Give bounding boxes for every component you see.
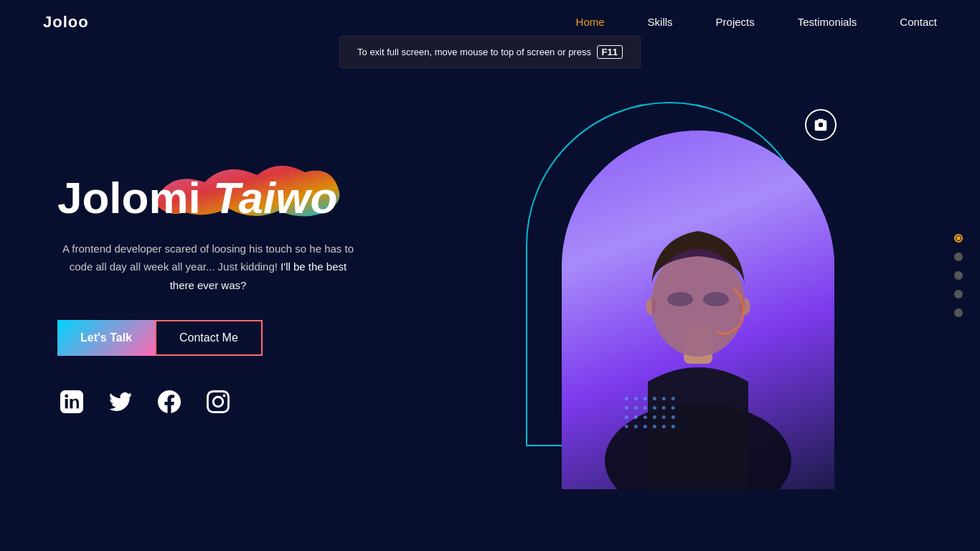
nav-item-home[interactable]: Home	[576, 16, 605, 29]
hero-photo	[562, 131, 834, 489]
fullscreen-tooltip: To exit full screen, move mouse to top o…	[339, 36, 641, 68]
contact-me-button[interactable]: Contact Me	[155, 320, 263, 356]
nav-link-projects[interactable]: Projects	[716, 16, 755, 28]
nav-link-testimonials[interactable]: Testimonials	[798, 16, 857, 28]
hero-first-name: Jolomi	[57, 173, 213, 222]
svg-point-6	[667, 292, 693, 306]
page-dot-2[interactable]	[954, 253, 963, 261]
page-dot-5[interactable]	[954, 309, 963, 317]
hero-right	[473, 44, 923, 545]
nav-item-projects[interactable]: Projects	[716, 16, 755, 29]
hero-last-name: Taiwo	[213, 173, 337, 222]
nav-item-contact[interactable]: Contact	[900, 16, 937, 29]
page-navigation	[954, 234, 963, 317]
hero-photo-container	[562, 131, 834, 489]
person-image	[590, 159, 806, 489]
decorative-dots	[625, 397, 677, 430]
nav-link-skills[interactable]: Skills	[648, 16, 673, 28]
hero-left: Jolomi Taiwo A frontend developer scared…	[57, 174, 473, 417]
fullscreen-tip-text: To exit full screen, move mouse to top o…	[357, 47, 591, 57]
hero-name: Jolomi Taiwo	[57, 174, 473, 222]
social-icons	[57, 387, 473, 416]
facebook-icon[interactable]	[155, 387, 184, 416]
linkedin-icon[interactable]	[57, 387, 86, 416]
svg-point-7	[703, 292, 729, 306]
hero-description: A frontend developer scared of loosing h…	[57, 240, 359, 295]
hero-buttons: Let's Talk Contact Me	[57, 320, 473, 356]
camera-icon	[813, 117, 829, 133]
nav-link-home[interactable]: Home	[576, 16, 605, 28]
hero-name-wrapper: Jolomi Taiwo	[57, 174, 473, 222]
page-dot-4[interactable]	[954, 290, 963, 298]
nav-links: Home Skills Projects Testimonials Contac…	[576, 16, 937, 29]
lets-talk-button[interactable]: Let's Talk	[57, 320, 155, 356]
f11-badge: F11	[597, 45, 623, 59]
brand-logo[interactable]: Joloo	[43, 13, 89, 32]
page-dot-1[interactable]	[954, 234, 963, 242]
nav-item-skills[interactable]: Skills	[648, 16, 673, 29]
instagram-icon[interactable]	[204, 387, 232, 416]
main-content: Jolomi Taiwo A frontend developer scared…	[0, 44, 980, 545]
nav-link-contact[interactable]: Contact	[900, 16, 937, 28]
nav-item-testimonials[interactable]: Testimonials	[798, 16, 857, 29]
camera-icon-button[interactable]	[805, 109, 837, 141]
svg-point-5	[651, 249, 745, 357]
twitter-icon[interactable]	[106, 387, 135, 416]
page-dot-3[interactable]	[954, 271, 963, 280]
